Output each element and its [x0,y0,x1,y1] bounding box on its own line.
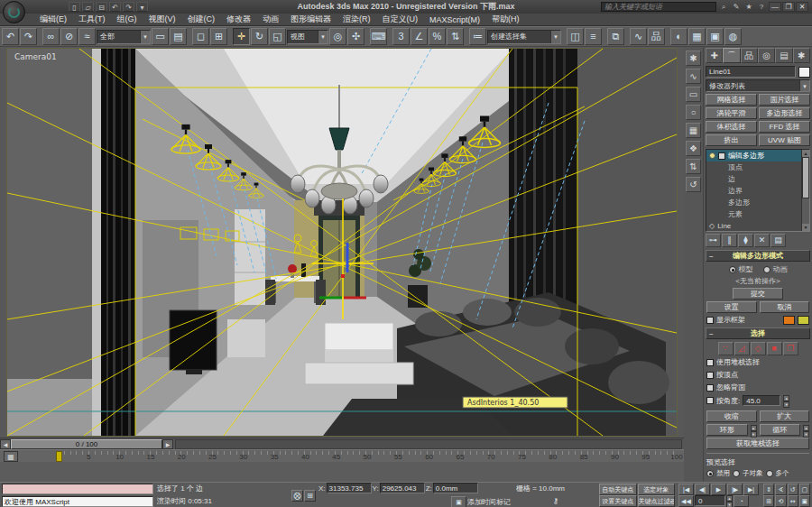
menu-item-动画[interactable]: 动画 [257,13,284,26]
viewport-label[interactable]: Camera01 [14,52,57,61]
modifier-button-面片选择[interactable]: 面片选择 [759,94,810,106]
stack-item-编辑多边形[interactable]: 编辑多边形 [706,150,801,161]
help-icon[interactable]: ? [756,2,767,12]
checkbox-按顶点[interactable] [706,372,714,379]
truck-camera-icon[interactable]: ⊞ [763,495,774,507]
chevron-down-icon[interactable]: ▼ [140,31,150,43]
maximize-viewport-icon[interactable]: ▣ [799,495,810,507]
preview-radio-子对象[interactable] [733,470,740,477]
angle-value-field[interactable]: 45.0 [743,395,780,406]
dock-rect-icon[interactable]: ▭ [686,87,701,102]
align-icon[interactable]: ≡ [585,28,602,45]
select-object-icon[interactable]: ▭ [152,28,169,45]
dock-curve-icon[interactable]: ∿ [686,69,701,84]
rollout-edit-poly-mode[interactable]: 编辑多边形模式 [706,250,810,262]
x-coordinate-field[interactable]: 31353.735 [327,483,372,493]
track-bar[interactable]: ▦ 05101520253035404550556065707580859095… [0,449,684,462]
menu-item-自定义(U)[interactable]: 自定义(U) [377,13,424,26]
checkbox-使用堆栈选择[interactable] [706,359,714,366]
maximize-button[interactable]: ❐ [782,2,795,12]
redo-icon[interactable]: ↷ [20,28,37,45]
time-slider-handle[interactable]: 0 / 100 [11,439,162,449]
unlink-selection-icon[interactable]: ⊘ [60,28,78,45]
cabinet[interactable] [235,209,265,305]
tab-modify[interactable]: ⌒ [723,48,740,63]
search-input[interactable]: 输入关键字或短语 [601,2,716,12]
time-slider-track[interactable] [175,439,682,449]
search-icon[interactable]: ⌕ [718,2,729,12]
add-time-tag[interactable]: 添加时间标记 [467,496,511,507]
preview-radio-禁用[interactable] [706,470,714,477]
rollout-selection[interactable]: 选择 [706,327,810,339]
angle-spinner[interactable]: ▲▼ [783,395,789,406]
preview-radio-多个[interactable] [766,470,773,477]
tab-utilities[interactable]: ✱ [793,48,810,63]
set-key-icon[interactable]: ⚷ [516,496,595,507]
menu-item-渲染(R)[interactable]: 渲染(R) [337,13,376,26]
tab-motion[interactable]: ◎ [758,48,775,63]
modifier-button-挤出[interactable]: 挤出 [706,134,757,146]
menu-item-修改器[interactable]: 修改器 [221,13,256,26]
listener-macro-row[interactable] [2,484,153,494]
field-of-view-icon[interactable]: ∢ [775,484,786,495]
orbit-camera-icon[interactable]: ⟲ [775,495,786,507]
next-frame-button[interactable]: |▶ [727,484,743,495]
checkbox-按角度:[interactable] [706,397,714,404]
undo-icon[interactable]: ↶ [2,28,19,45]
cage-color-swatch-1[interactable] [783,316,795,325]
settings-button[interactable]: 设置 [706,301,757,313]
save-file-icon[interactable]: ⊟ [96,2,107,12]
absolute-offset-icon[interactable]: ⊞ [304,490,316,502]
shrink-button[interactable]: 收缩 [706,410,757,422]
menu-item-帮助(H)[interactable]: 帮助(H) [486,13,525,26]
element-subobject-icon[interactable]: ❒ [783,342,798,355]
reference-coordinate-dropdown[interactable]: 视图▼ [287,30,328,44]
mirror-icon[interactable]: ◫ [567,28,584,45]
viewport-scene[interactable]: AsdInterios 1_40.50 Camera01 [0,47,684,438]
edge-subobject-icon[interactable]: ◿ [734,342,750,355]
snap-toggle-icon[interactable]: 3 [392,28,410,45]
render-setup-icon[interactable]: ▦ [688,28,706,45]
remove-modifier-icon[interactable]: ✕ [754,234,770,247]
modifier-onoff-icon[interactable] [709,152,715,159]
select-and-rotate-icon[interactable]: ↻ [251,28,268,45]
object-name-field[interactable]: Line01 [706,66,796,78]
menu-item-编辑(E)[interactable]: 编辑(E) [34,13,72,26]
menu-item-MAXScript(M)[interactable]: MAXScript(M) [424,14,485,25]
spin-up-icon[interactable]: ▲ [783,395,789,401]
dock-rotate-icon[interactable]: ↺ [686,177,701,192]
go-to-end-button[interactable]: ▶| [743,484,759,495]
tab-create[interactable]: ✚ [706,48,723,63]
spinner-snap-icon[interactable]: ⇅ [447,28,464,45]
configure-modifier-sets-icon[interactable]: ▤ [770,234,786,247]
time-configuration-icon[interactable]: ◔ [734,495,749,507]
menu-item-视图(V)[interactable]: 视图(V) [143,13,181,26]
time-tag-icon[interactable]: ▣ [451,496,466,507]
go-to-start-button[interactable]: |◀ [678,484,694,495]
stack-scrollbar[interactable]: ▲ ▼ [801,150,809,231]
selected-set-dropdown[interactable]: 选定对象 [638,484,676,495]
select-and-scale-icon[interactable]: ◱ [269,28,286,45]
show-end-result-icon[interactable]: ∥ [722,234,737,247]
qat-options-icon[interactable]: ▾ [136,2,148,12]
dolly-camera-icon[interactable]: ⇕ [763,484,774,495]
y-coordinate-field[interactable]: 29625.043 [380,483,425,493]
scroll-up-icon[interactable]: ▲ [802,150,809,157]
show-cage-checkbox[interactable] [706,317,714,324]
modifier-button-网格选择[interactable]: 网格选择 [706,94,757,106]
select-and-manipulate-icon[interactable]: ✣ [347,28,364,45]
selection-filter-dropdown[interactable]: 全部▼ [97,30,151,44]
border-subobject-icon[interactable]: ◇ [751,342,766,355]
cancel-button[interactable]: 取消 [760,301,810,313]
bind-to-space-warp-icon[interactable]: ≈ [78,28,96,45]
chevron-down-icon[interactable]: ▼ [799,80,809,91]
keyboard-shortcut-override-icon[interactable]: ⌨ [370,28,387,45]
tab-hierarchy[interactable]: 品 [741,48,758,63]
modifier-button-涡轮平滑[interactable]: 涡轮平滑 [706,107,757,119]
angle-snap-icon[interactable]: ∠ [411,28,428,45]
animate-radio[interactable] [763,266,770,273]
auto-key-button[interactable]: 自动关键点 [599,484,637,495]
menu-item-创建(C)[interactable]: 创建(C) [182,13,221,26]
scroll-thumb[interactable] [802,157,809,198]
set-key-button[interactable]: 设置关键点 [599,495,637,507]
